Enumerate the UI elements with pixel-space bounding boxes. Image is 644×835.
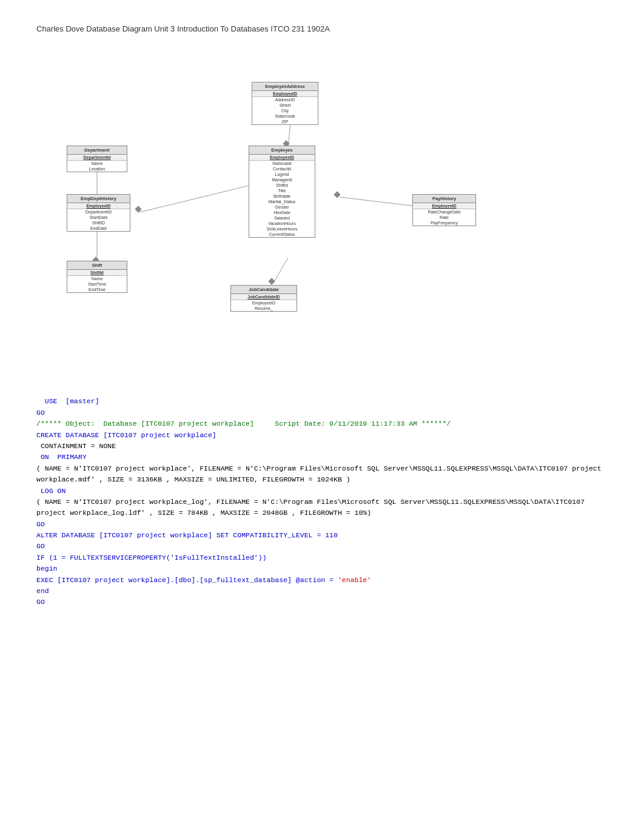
- entity-employeeaddress-key: EmployeeID: [252, 91, 318, 97]
- entity-employeeaddress: EmployeeAddress EmployeeID AddressID Str…: [252, 82, 318, 125]
- code-mdf-spec: ( NAME = N'ITC0107 project workplace', F…: [36, 464, 606, 483]
- svg-line-3: [340, 197, 415, 206]
- code-end: end: [36, 587, 49, 595]
- entity-shift: Shift ShiftId Name StartTime EndTime: [67, 261, 127, 293]
- code-create-db: CREATE DATABASE [ITC0107 project workpla…: [36, 431, 216, 439]
- entity-department-key: DepartmentId: [67, 155, 127, 161]
- entity-department-header: Department: [67, 146, 127, 155]
- svg-line-5: [273, 258, 288, 284]
- entity-payhistory-key: EmployeeID: [413, 203, 475, 209]
- entity-shift-key: ShiftId: [67, 270, 127, 276]
- code-exec: EXEC [ITC0107 project workplace].[dbo].[…: [36, 576, 371, 584]
- entity-employee: Employee EmployeeID NationalId ContactId…: [249, 146, 315, 238]
- code-log-on: LOG ON: [36, 487, 65, 495]
- code-alter-db: ALTER DATABASE [ITC0107 project workplac…: [36, 531, 338, 539]
- entity-empdepthistory-header: EmpDeptHistory: [67, 195, 130, 203]
- code-go-2: GO: [36, 520, 45, 528]
- entity-empdepthistory: EmpDeptHistory EmployeeID DepartmentID S…: [67, 194, 130, 232]
- code-go-1: GO: [36, 409, 45, 417]
- code-comment: /***** Object: Database [ITC0107 project…: [36, 420, 451, 428]
- svg-rect-8: [334, 191, 340, 198]
- code-containment: CONTAINMENT = NONE: [36, 442, 116, 450]
- diagram-container: EmployeeAddress EmployeeID AddressID Str…: [36, 52, 608, 367]
- entity-payhistory: PayHistory EmployeeID RateChangeDate Rat…: [412, 194, 476, 226]
- entity-department: Department DepartmentId Name Location: [67, 146, 127, 172]
- code-ldf-spec: ( NAME = N'ITC0107 project workplace_log…: [36, 498, 589, 517]
- code-on-primary: ON PRIMARY: [36, 453, 87, 461]
- code-if-fulltext: IF (1 = FULLTEXTSERVICEPROPERTY('IsFullT…: [36, 554, 267, 562]
- entity-employee-key: EmployeeID: [249, 155, 315, 161]
- code-begin: begin: [36, 565, 58, 572]
- entity-employeeaddress-header: EmployeeAddress: [252, 82, 318, 91]
- svg-rect-10: [268, 278, 275, 284]
- svg-rect-7: [135, 206, 141, 212]
- entity-payhistory-header: PayHistory: [413, 195, 475, 203]
- code-go-3: GO: [36, 542, 45, 550]
- svg-line-2: [139, 185, 252, 212]
- entity-jobcandidate-key: JobCandidateID: [231, 294, 297, 300]
- code-go-4: GO: [36, 598, 45, 606]
- code-section: USE [master] GO /***** Object: Database …: [36, 385, 608, 608]
- entity-empdepthistory-key: EmployeeID: [67, 203, 130, 209]
- entity-shift-header: Shift: [67, 261, 127, 270]
- entity-employee-header: Employee: [249, 146, 315, 155]
- page-title: Charles Dove Database Diagram Unit 3 Int…: [36, 24, 608, 33]
- entity-jobcandidate-header: JobCandidate: [231, 286, 297, 294]
- entity-jobcandidate: JobCandidate JobCandidateID EmployeeID R…: [230, 285, 297, 312]
- code-use: USE [master]: [45, 397, 99, 405]
